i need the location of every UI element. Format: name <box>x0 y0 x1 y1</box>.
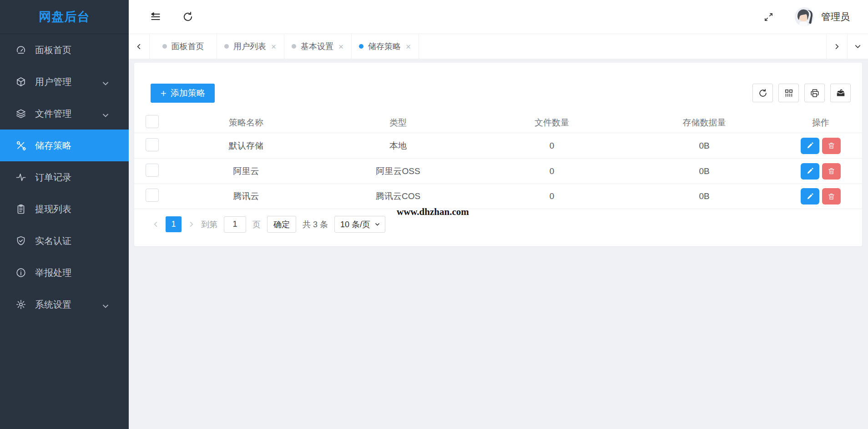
columns-button[interactable] <box>778 84 799 102</box>
table-row: 默认存储本地00B <box>134 133 862 158</box>
table-row: 阿里云阿里云OSS00B <box>134 158 862 184</box>
table-row: 腾讯云腾讯云COS00B <box>134 184 862 209</box>
tab-基本设置[interactable]: 基本设置× <box>284 34 352 59</box>
menu-fold-icon[interactable] <box>150 11 161 23</box>
table-header-row: 策略名称 类型 文件数量 存储数据量 操作 <box>134 112 862 133</box>
tab-status-dot <box>162 44 167 49</box>
sidebar-item-activity[interactable]: 订单记录 <box>0 161 129 193</box>
pagination: 1 到第 页 确定 共 3 条 10 条/页 <box>152 216 385 233</box>
gear-icon <box>15 299 26 310</box>
delete-row-button[interactable] <box>822 163 841 180</box>
cube-icon <box>15 76 26 87</box>
tab-status-dot <box>224 44 229 49</box>
cell-file-count: 0 <box>474 141 629 151</box>
sidebar-item-cube[interactable]: 用户管理 <box>0 66 129 98</box>
add-policy-label: 添加策略 <box>171 87 205 99</box>
avatar <box>795 7 814 26</box>
storage-policy-card: 添加策略 策略名称 类型 文件数量 存储数据量 操作 默认存储本地00B 阿里云… <box>134 63 862 246</box>
printer-button[interactable] <box>804 84 825 102</box>
page-size-select[interactable]: 10 条/页 <box>334 216 385 233</box>
user-menu[interactable]: 管理员 <box>795 7 850 26</box>
cell-storage-amount: 0B <box>629 191 779 201</box>
tab-status-dot <box>292 44 296 49</box>
policy-table: 策略名称 类型 文件数量 存储数据量 操作 默认存储本地00B 阿里云阿里云OS… <box>134 112 862 209</box>
cell-policy-type: 本地 <box>322 140 474 152</box>
cell-policy-name: 阿里云 <box>171 165 322 177</box>
tab-close-icon[interactable]: × <box>338 42 344 51</box>
cell-storage-amount: 0B <box>629 166 779 176</box>
page-number-1[interactable]: 1 <box>166 216 182 232</box>
activity-icon <box>15 172 26 183</box>
sidebar-menu: 面板首页用户管理文件管理储存策略订单记录提现列表实名认证举报处理系统设置 <box>0 34 129 320</box>
dashboard-icon <box>15 45 26 55</box>
cell-policy-type: 腾讯云COS <box>322 190 474 202</box>
row-checkbox[interactable] <box>146 138 159 151</box>
tabs-menu-icon[interactable] <box>847 34 868 59</box>
delete-row-button[interactable] <box>822 138 841 154</box>
goto-page-input[interactable] <box>224 216 246 233</box>
chevron-down-icon <box>102 301 109 308</box>
tab-面板首页[interactable]: 面板首页 <box>150 34 217 59</box>
clipboard-icon <box>15 204 26 214</box>
tab-label: 面板首页 <box>172 41 204 52</box>
tabs-scroll-left-icon[interactable] <box>129 34 150 59</box>
tabbar: 面板首页用户列表×基本设置×储存策略× <box>129 34 868 59</box>
goto-suffix-label: 页 <box>252 219 261 230</box>
layers-icon <box>15 108 26 119</box>
tab-label: 基本设置 <box>301 41 333 52</box>
shield-check-icon <box>15 235 26 246</box>
next-page-icon[interactable] <box>188 221 195 228</box>
select-all-checkbox[interactable] <box>146 115 159 128</box>
cell-file-count: 0 <box>474 166 629 176</box>
sidebar-item-label: 文件管理 <box>35 108 71 120</box>
sidebar-item-tools[interactable]: 储存策略 <box>0 130 129 161</box>
app-logo: 网盘后台 <box>0 0 129 34</box>
page-size-value: 10 条/页 <box>340 219 370 230</box>
sidebar-item-label: 订单记录 <box>35 171 71 184</box>
sidebar-item-label: 储存策略 <box>35 140 71 152</box>
tools-icon <box>15 140 26 151</box>
cell-policy-name: 默认存储 <box>171 140 322 152</box>
row-checkbox[interactable] <box>146 164 159 177</box>
col-header-actions: 操作 <box>779 117 862 129</box>
goto-confirm-button[interactable]: 确定 <box>267 216 296 233</box>
tab-close-icon[interactable]: × <box>271 42 277 51</box>
col-header-type: 类型 <box>322 117 474 129</box>
sidebar-item-clipboard[interactable]: 提现列表 <box>0 193 129 225</box>
edit-row-button[interactable] <box>801 188 819 205</box>
tab-用户列表[interactable]: 用户列表× <box>217 34 284 59</box>
chevron-down-icon <box>374 221 380 227</box>
tab-label: 储存策略 <box>368 41 401 52</box>
sidebar-item-label: 用户管理 <box>35 76 71 88</box>
edit-row-button[interactable] <box>801 138 819 154</box>
watermark: www.dhzhan.com <box>397 206 469 218</box>
refresh-page-icon[interactable] <box>182 11 194 23</box>
prev-page-icon[interactable] <box>152 221 159 228</box>
tab-close-icon[interactable]: × <box>405 42 411 51</box>
tabs-scroll-right-icon[interactable] <box>826 34 847 59</box>
tab-储存策略[interactable]: 储存策略× <box>352 34 419 59</box>
col-header-name: 策略名称 <box>171 117 322 129</box>
chevron-down-icon <box>102 78 109 85</box>
edit-row-button[interactable] <box>801 163 819 180</box>
add-policy-button[interactable]: 添加策略 <box>151 84 215 103</box>
fullscreen-icon[interactable] <box>763 12 774 22</box>
sidebar: 网盘后台 面板首页用户管理文件管理储存策略订单记录提现列表实名认证举报处理系统设… <box>0 0 129 429</box>
delete-row-button[interactable] <box>822 188 841 205</box>
main-content: 添加策略 策略名称 类型 文件数量 存储数据量 操作 默认存储本地00B 阿里云… <box>129 59 868 429</box>
sidebar-item-layers[interactable]: 文件管理 <box>0 98 129 130</box>
refresh-button[interactable] <box>752 84 773 102</box>
top-header: 管理员 <box>129 0 868 34</box>
cell-policy-type: 阿里云OSS <box>322 165 474 177</box>
username: 管理员 <box>821 10 850 23</box>
table-toolbar <box>752 84 851 102</box>
row-checkbox[interactable] <box>146 189 159 202</box>
sidebar-item-shield-check[interactable]: 实名认证 <box>0 225 129 257</box>
total-count-label: 共 3 条 <box>303 219 328 230</box>
sidebar-item-info-circle[interactable]: 举报处理 <box>0 257 129 289</box>
sidebar-item-label: 面板首页 <box>35 44 71 56</box>
tab-status-dot <box>359 44 363 49</box>
export-button[interactable] <box>830 84 851 102</box>
sidebar-item-dashboard[interactable]: 面板首页 <box>0 34 129 66</box>
sidebar-item-gear[interactable]: 系统设置 <box>0 289 129 320</box>
